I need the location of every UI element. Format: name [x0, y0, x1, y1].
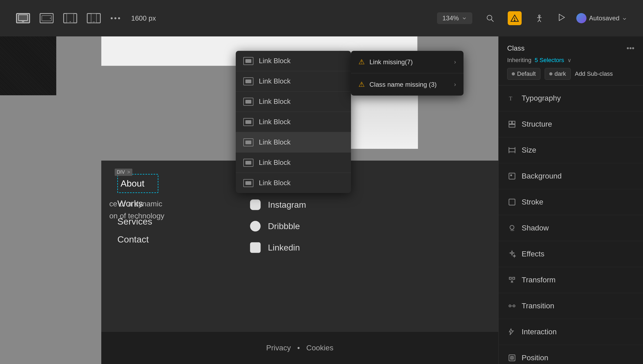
panel-section-effects[interactable]: Effects [499, 241, 643, 267]
effects-label: Effects [522, 250, 544, 258]
dropdown-item-4[interactable]: Link Block [236, 112, 351, 132]
search-icon[interactable] [483, 11, 497, 25]
svg-rect-46 [510, 175, 512, 176]
privacy-link[interactable]: Privacy [266, 344, 291, 352]
svg-point-12 [514, 20, 515, 21]
warning-chevron-1: › [454, 59, 456, 66]
footer-bottom-bar: Privacy • Cookies [101, 332, 498, 364]
social-linkedin[interactable]: Linkedin [249, 241, 306, 254]
selectors-chevron-icon[interactable]: ∨ [567, 57, 571, 63]
transform-label: Transform [522, 276, 556, 284]
warning-link-missing[interactable]: ⚠ Link missing(7) › [351, 51, 463, 73]
dropdown-item-3[interactable]: Link Block [236, 92, 351, 112]
transition-icon [507, 301, 517, 311]
toolbar-zoom[interactable]: 134% [437, 12, 472, 24]
shadow-label: Shadow [522, 224, 549, 232]
linkedin-label: Linkedin [268, 243, 300, 253]
stroke-icon [507, 197, 517, 207]
device-tablet-portrait-icon[interactable] [63, 13, 77, 23]
device-tablet-landscape-icon[interactable] [40, 13, 54, 23]
link-block-icon-5 [243, 138, 253, 146]
svg-text:T: T [509, 96, 512, 101]
class-more-icon[interactable]: ••• [627, 44, 634, 52]
tag-dot-dark [549, 72, 552, 75]
tag-dot-default [512, 72, 515, 75]
image-texture [0, 36, 56, 95]
dropdown-item-6[interactable]: Link Block [236, 153, 351, 173]
add-subclass-button[interactable]: Add Sub-class [575, 70, 613, 77]
transform-icon [507, 275, 517, 285]
position-icon [507, 353, 517, 363]
device-mobile-icon[interactable] [87, 13, 101, 23]
panel-section-stroke[interactable]: Stroke [499, 189, 643, 215]
panel-section-typography[interactable]: T Typography [499, 85, 643, 111]
dropdown-item-1[interactable]: Link Block [236, 51, 351, 71]
svg-rect-41 [509, 124, 515, 127]
svg-line-10 [491, 20, 494, 22]
background-icon [507, 171, 517, 181]
dropdown-item-7[interactable]: Link Block [236, 173, 351, 193]
panel-section-left-shadow: Shadow [507, 223, 549, 233]
svg-point-49 [510, 230, 514, 231]
contact-nav-item[interactable]: Contact [117, 234, 158, 245]
warning-left-1: ⚠ Link missing(7) [358, 58, 413, 66]
link-block-icon-2 [243, 77, 253, 85]
autosave-label: Autosaved [589, 14, 619, 22]
dropdown-item-2[interactable]: Link Block [236, 71, 351, 92]
position-label: Position [522, 354, 548, 362]
alert-icon[interactable] [508, 11, 522, 25]
selectors-link[interactable]: 5 Selectors [535, 57, 564, 64]
warning-triangle-icon-1: ⚠ [358, 58, 365, 66]
right-panel: Class ••• Inheriting 5 Selectors ∨ Defau… [498, 36, 643, 364]
svg-rect-42 [509, 149, 515, 152]
link-block-icon-6 [243, 159, 253, 167]
panel-section-transform[interactable]: Transform [499, 267, 643, 293]
dropdown-label-1: Link Block [259, 57, 291, 65]
structure-icon [507, 119, 517, 129]
interaction-label: Interaction [522, 328, 557, 336]
footer-dot: • [297, 344, 300, 352]
svg-rect-47 [509, 199, 515, 205]
services-nav-item[interactable]: Services [117, 216, 158, 227]
panel-section-shadow[interactable]: Shadow [499, 215, 643, 241]
div-label: DIV [117, 169, 125, 175]
accessibility-icon[interactable] [532, 11, 546, 25]
cookies-link[interactable]: Cookies [306, 344, 333, 352]
warning-class-name-missing[interactable]: ⚠ Class name missing (3) › [351, 73, 463, 96]
dribbble-icon [249, 219, 262, 233]
effects-icon [507, 249, 517, 259]
social-dribbble[interactable]: Dribbble [249, 219, 306, 233]
panel-section-structure[interactable]: Structure [499, 111, 643, 137]
tag-default[interactable]: Default [507, 68, 540, 80]
dropdown-label-4: Link Block [259, 118, 291, 126]
toolbar-center: 134% [437, 11, 627, 25]
link-block-dropdown: Link Block Link Block Link Block Link Bl… [236, 51, 351, 193]
toolbar-more-icon[interactable]: ••• [110, 14, 121, 22]
warnings-panel: ⚠ Link missing(7) › ⚠ Class name missing… [351, 51, 463, 96]
device-desktop-icon[interactable] [16, 13, 30, 23]
panel-section-left-transform: Transform [507, 275, 556, 285]
svg-rect-39 [509, 121, 512, 124]
size-label: Size [522, 146, 536, 154]
panel-section-position[interactable]: Position [499, 345, 643, 364]
panel-section-size[interactable]: Size [499, 137, 643, 163]
social-instagram[interactable]: Instagram [249, 198, 306, 211]
dropdown-item-5[interactable]: Link Block [236, 132, 351, 153]
about-nav-item: About [121, 178, 144, 188]
typography-label: Typography [522, 94, 561, 103]
panel-section-background[interactable]: Background [499, 163, 643, 189]
tag-dark[interactable]: dark [545, 68, 571, 80]
dropdown-label-3: Link Block [259, 97, 291, 106]
works-nav-item[interactable]: Works [117, 198, 158, 209]
warning-text-1: Link missing(7) [369, 58, 413, 66]
panel-section-interaction[interactable]: Interaction [499, 319, 643, 345]
play-icon[interactable] [557, 13, 566, 24]
warning-left-2: ⚠ Class name missing (3) [358, 80, 437, 89]
panel-section-transition[interactable]: Transition [499, 293, 643, 319]
selected-element[interactable]: About [117, 174, 158, 193]
breadcrumb-arrow: > [127, 169, 130, 175]
svg-rect-7 [91, 14, 96, 23]
link-block-icon-7 [243, 179, 253, 187]
svg-point-51 [513, 305, 515, 307]
dropdown-label-7: Link Block [259, 179, 291, 187]
